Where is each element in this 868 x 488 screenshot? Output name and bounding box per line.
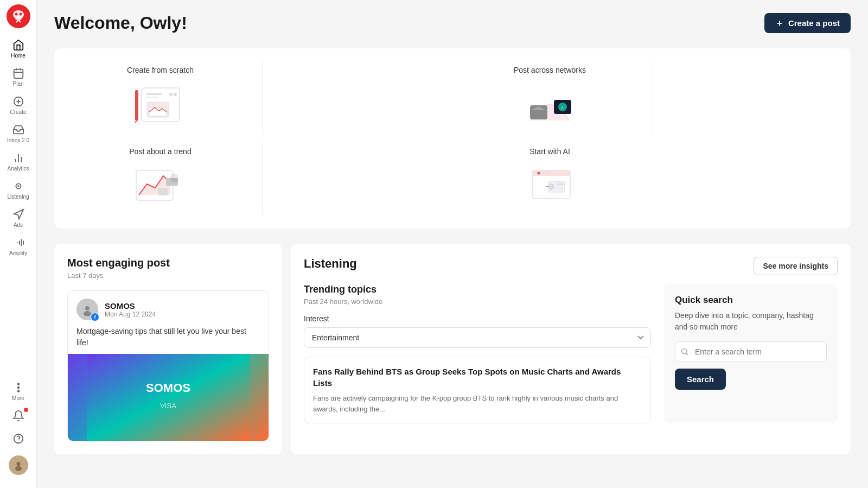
app-logo[interactable] (7, 4, 30, 28)
svg-point-55 (84, 311, 91, 316)
sidebar-item-inbox[interactable]: Inbox 2.0 (0, 119, 36, 148)
facebook-badge: f (91, 313, 99, 321)
plus-icon (775, 19, 784, 28)
sidebar-item-ads[interactable]: Ads (0, 204, 36, 232)
svg-point-2 (15, 13, 17, 16)
svg-text:VISA: VISA (160, 402, 176, 410)
qa-post-networks[interactable]: Post across networks ♪ (457, 61, 643, 134)
home-icon (12, 39, 24, 51)
sidebar: Home Plan Create Inbox 2.0 Analytics Lis… (0, 0, 37, 488)
listening-header: Listening See more insights (304, 257, 838, 275)
svg-line-32 (135, 121, 137, 123)
qa-scratch-label: Create from scratch (127, 66, 194, 74)
news-text: Fans are actively campaigning for the K-… (313, 393, 642, 414)
svg-point-19 (17, 390, 19, 392)
sidebar-notifications[interactable] (7, 405, 30, 426)
listening-content: Trending topics Past 24 hours, worldwide… (304, 284, 838, 423)
trending-section: Trending topics Past 24 hours, worldwide… (304, 284, 651, 423)
see-more-insights-button[interactable]: See more insights (754, 257, 838, 275)
page-header: Welcome, Owly! Create a post (54, 13, 851, 33)
svg-text:SOMOS: SOMOS (146, 381, 190, 395)
svg-point-46 (537, 172, 540, 175)
svg-point-18 (17, 387, 19, 389)
news-item: Fans Rally Behind BTS as Group Seeks Top… (304, 357, 651, 423)
svg-point-47 (541, 172, 544, 175)
main-content: Welcome, Owly! Create a post Create from… (37, 0, 868, 488)
sidebar-item-plan[interactable]: Plan (0, 63, 36, 91)
sidebar-label-analytics: Analytics (7, 166, 29, 172)
svg-rect-56 (87, 354, 250, 441)
listening-icon (12, 180, 24, 192)
quick-search-panel: Quick search Deep dive into a topic, com… (664, 284, 838, 423)
qa-ai-illustration (518, 162, 583, 211)
qa-ai-label: Start with AI (529, 147, 570, 156)
plus-circle-icon (12, 96, 24, 107)
listening-title: Listening (304, 257, 357, 271)
trending-title: Trending topics (304, 284, 651, 295)
post-avatar: f (76, 299, 98, 320)
svg-rect-28 (146, 97, 158, 98)
sidebar-label-home: Home (11, 53, 25, 59)
news-title: Fans Rally Behind BTS as Group Seeks Top… (313, 366, 642, 389)
svg-point-3 (19, 13, 22, 16)
page-title: Welcome, Owly! (54, 13, 187, 33)
svg-point-43 (170, 174, 178, 182)
qa-networks-label: Post across networks (514, 66, 586, 74)
sidebar-item-amplify[interactable]: Amplify (0, 232, 36, 261)
qa-networks-illustration: ♪ (518, 81, 583, 130)
engaging-post-item: f SOMOS Mon Aug 12 2024 Mortgage-saving … (67, 290, 269, 441)
sidebar-item-create[interactable]: Create (0, 91, 36, 119)
quick-actions-section: Create from scratch Post across networks… (54, 48, 851, 229)
sidebar-label-more: More (12, 395, 24, 401)
svg-point-34 (174, 93, 177, 96)
trending-subtitle: Past 24 hours, worldwide (304, 297, 651, 306)
sidebar-label-inbox: Inbox 2.0 (7, 137, 29, 143)
most-engaging-subtitle: Last 7 days (67, 271, 269, 280)
quick-search-description: Deep dive into a topic, company, hashtag… (675, 310, 827, 333)
interest-select[interactable]: Entertainment (304, 327, 651, 348)
sidebar-user-avatar[interactable] (7, 451, 30, 479)
svg-point-48 (546, 172, 548, 175)
search-input[interactable] (675, 341, 827, 362)
sidebar-label-ads: Ads (14, 222, 23, 228)
quick-search-title: Quick search (675, 295, 827, 306)
sidebar-item-more[interactable]: More (0, 377, 36, 405)
svg-rect-31 (135, 90, 138, 121)
sidebar-item-home[interactable]: Home (0, 35, 36, 63)
svg-rect-30 (149, 107, 167, 116)
sidebar-bottom (7, 405, 30, 484)
most-engaging-card: Most engaging post Last 7 days f SOMOS M… (54, 244, 282, 454)
sidebar-help[interactable] (7, 428, 30, 449)
svg-rect-41 (158, 188, 168, 195)
svg-point-33 (169, 93, 173, 96)
qa-create-scratch[interactable]: Create from scratch (67, 61, 253, 134)
search-button[interactable]: Search (675, 369, 726, 390)
calendar-icon (12, 67, 24, 79)
svg-rect-27 (146, 93, 162, 95)
sidebar-label-listening: Listening (7, 194, 29, 200)
post-text: Mortgage-saving tips that still let you … (68, 326, 269, 354)
most-engaging-title: Most engaging post (67, 257, 269, 269)
sidebar-item-analytics[interactable]: Analytics (0, 148, 36, 176)
qa-post-trend[interactable]: Post about a trend (67, 143, 253, 216)
svg-text:♪: ♪ (561, 105, 564, 110)
listening-card: Listening See more insights Trending top… (291, 244, 851, 454)
qa-start-ai[interactable]: Start with AI (457, 143, 643, 216)
svg-point-59 (682, 349, 687, 354)
create-post-button[interactable]: Create a post (764, 13, 851, 33)
qa-scratch-illustration (128, 81, 193, 130)
post-account-name: SOMOS (105, 301, 156, 310)
svg-point-23 (15, 466, 21, 471)
help-icon (12, 433, 24, 445)
bell-icon (12, 410, 24, 422)
search-input-wrapper (675, 341, 827, 362)
post-date: Mon Aug 12 2024 (105, 310, 156, 318)
sidebar-item-listening[interactable]: Listening (0, 176, 36, 204)
svg-point-17 (17, 383, 19, 385)
svg-rect-51 (557, 183, 563, 185)
post-image: SOMOS VISA (68, 354, 269, 441)
sidebar-label-create: Create (10, 109, 26, 115)
analytics-icon (12, 152, 24, 164)
svg-point-50 (548, 183, 554, 190)
sidebar-label-plan: Plan (12, 81, 23, 87)
